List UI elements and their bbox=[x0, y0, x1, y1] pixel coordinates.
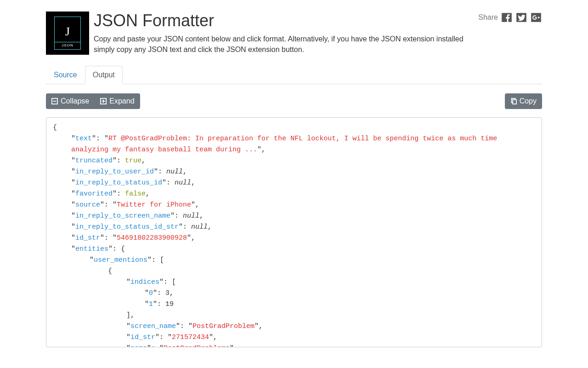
svg-rect-4 bbox=[103, 100, 104, 103]
tabs: Source Output bbox=[46, 66, 542, 84]
collapse-button[interactable]: Collapse bbox=[46, 93, 95, 109]
json-output[interactable]: {"text": "RT @PostGradProblem: In prepar… bbox=[46, 117, 542, 347]
twitter-icon[interactable] bbox=[515, 12, 527, 23]
svg-rect-1 bbox=[53, 101, 57, 102]
expand-button[interactable]: Expand bbox=[95, 93, 140, 109]
tab-output[interactable]: Output bbox=[85, 66, 123, 84]
svg-rect-6 bbox=[513, 100, 516, 104]
facebook-icon[interactable] bbox=[501, 12, 513, 23]
google-plus-icon[interactable] bbox=[530, 12, 542, 23]
copy-label: Copy bbox=[520, 97, 537, 105]
logo-text: JSON bbox=[55, 42, 80, 47]
collapse-label: Collapse bbox=[61, 97, 89, 105]
expand-label: Expand bbox=[109, 97, 134, 105]
page-title: JSON Formatter bbox=[94, 12, 474, 30]
logo-letter: J bbox=[65, 26, 70, 38]
plus-square-icon bbox=[100, 98, 107, 104]
copy-icon bbox=[510, 98, 517, 104]
app-logo: J JSON bbox=[46, 12, 89, 55]
minus-square-icon bbox=[51, 98, 58, 104]
share-label: Share bbox=[478, 13, 498, 22]
copy-button[interactable]: Copy bbox=[505, 93, 542, 109]
page-description: Copy and paste your JSON content below a… bbox=[94, 34, 470, 55]
tab-source[interactable]: Source bbox=[46, 66, 85, 84]
